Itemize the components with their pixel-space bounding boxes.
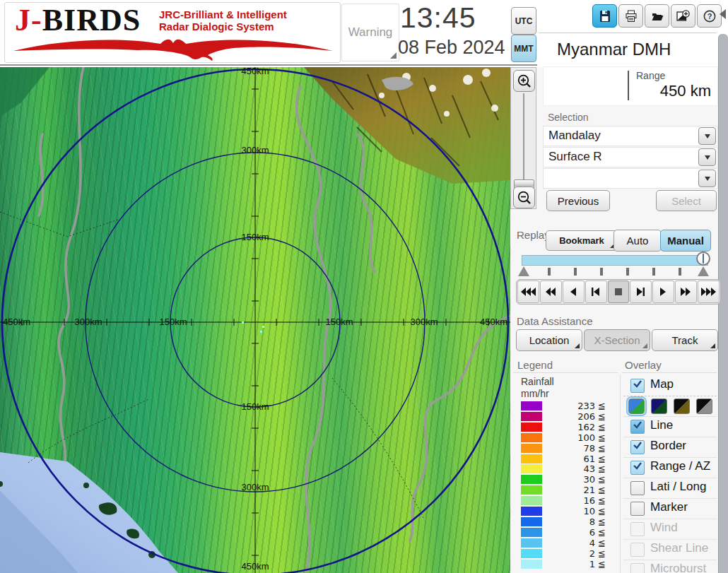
zoom-in-button[interactable] — [513, 70, 535, 92]
map-style-blue-green[interactable] — [628, 398, 645, 414]
logo-subtitle-line1: JRC-Brilliant & Intelligent — [159, 8, 287, 20]
logo-subtitle-line2: Radar Dialogic System — [159, 20, 287, 33]
toolbar: ? — [592, 4, 722, 28]
play-button[interactable] — [652, 280, 674, 303]
legend-color-swatch — [521, 475, 542, 484]
overlay-row-border[interactable]: Border — [623, 437, 717, 458]
fast-forward-3-button[interactable] — [698, 280, 720, 303]
radar-echoes — [242, 321, 264, 333]
legend-color-swatch — [521, 517, 542, 526]
map-overlay: 450km300km150km150km300km450km450km300km… — [0, 67, 510, 573]
overlay-row-lati-long[interactable]: Lati / Long — [623, 478, 717, 499]
dark-corner — [0, 67, 49, 117]
legend-color-swatch — [521, 507, 542, 516]
legend-value: 16 ≦ — [544, 495, 606, 506]
replay-slider-thumb[interactable] — [696, 252, 710, 266]
option-dropdown-button[interactable] — [698, 170, 716, 187]
checkbox-checked[interactable] — [630, 379, 645, 393]
chevron-down-icon — [705, 134, 710, 138]
checkbox-unchecked[interactable] — [630, 481, 645, 495]
checkbox-unchecked[interactable] — [630, 502, 645, 516]
right-scrollbar[interactable] — [718, 34, 728, 573]
select-button[interactable]: Select — [656, 190, 717, 211]
radar-map[interactable]: 450km300km150km150km300km450km450km300km… — [0, 67, 510, 573]
x-section-button[interactable]: X-Section — [584, 329, 650, 351]
warning-button[interactable]: Warning — [341, 4, 399, 61]
map-style-navy-darkgreen[interactable] — [651, 398, 667, 414]
bookmark-button[interactable]: Bookmark — [546, 230, 618, 251]
manual-button[interactable]: Manual — [660, 230, 711, 252]
checkbox-checked[interactable] — [630, 420, 645, 434]
track-button[interactable]: Track — [652, 329, 718, 351]
station-dropdown-button[interactable] — [698, 127, 716, 145]
map-style-black-gray[interactable] — [696, 398, 712, 414]
open-file-button[interactable] — [645, 4, 669, 28]
print-icon — [624, 9, 638, 23]
overlay-label: Map — [650, 377, 674, 391]
x-section-menu-corner-icon — [642, 343, 647, 348]
legend-value: 10 ≦ — [544, 506, 606, 516]
map-zoom-panel — [510, 67, 536, 209]
print-button[interactable] — [618, 4, 643, 28]
overlay-label: Marker — [650, 500, 688, 514]
replay-slider-track[interactable] — [522, 255, 708, 266]
skip-to-end-button[interactable] — [630, 280, 652, 303]
warning-menu-corner-icon — [390, 52, 397, 59]
utc-button[interactable]: UTC — [511, 7, 536, 35]
data-assistance-label: Data Assistance — [517, 315, 593, 327]
checkbox-checked[interactable] — [630, 440, 645, 454]
overlay-row-microburst[interactable]: Microburst — [623, 560, 717, 573]
product-dropdown[interactable]: Surface R — [543, 147, 718, 167]
previous-button[interactable]: Previous — [546, 190, 610, 211]
legend-row: 100 ≦ — [521, 432, 606, 443]
help-button[interactable]: ? — [697, 4, 722, 28]
zoom-out-button[interactable] — [513, 187, 535, 208]
chevron-down-icon — [705, 177, 710, 181]
jbirds-logo: J-BIRDS JRC-Brilliant & Intelligent Rada… — [4, 2, 341, 63]
overlay-row-line[interactable]: Line — [623, 416, 717, 437]
map-style-black-olive[interactable] — [674, 398, 690, 414]
slider-tick — [626, 268, 629, 276]
overlay-row-shear-line[interactable]: Shear Line — [623, 539, 717, 560]
product-dropdown-button[interactable] — [698, 148, 716, 166]
replay-label: Replay — [517, 229, 550, 241]
overlay-row-range-az[interactable]: Range / AZ — [623, 457, 717, 478]
add-image-button[interactable] — [671, 4, 695, 28]
station-title: Myanmar DMH — [557, 40, 671, 59]
play-icon — [654, 287, 672, 297]
overlay-row-map[interactable]: Map — [623, 375, 717, 396]
svg-text:450km: 450km — [480, 317, 507, 327]
slider-tick — [679, 268, 681, 276]
overlay-row-marker[interactable]: Marker — [623, 498, 717, 519]
station-dropdown[interactable]: Mandalay — [543, 126, 718, 146]
warning-label: Warning — [348, 25, 393, 40]
fast-forward-3-icon — [700, 287, 717, 297]
legend-header: Legend — [517, 359, 553, 371]
legend-value: 61 ≦ — [544, 454, 606, 464]
option-dropdown[interactable] — [543, 168, 718, 189]
fast-rewind-3-button[interactable] — [517, 280, 539, 303]
overlay-row-wind[interactable]: Wind — [623, 519, 717, 540]
mmt-button[interactable]: MMT — [511, 35, 536, 62]
skip-to-start-button[interactable] — [585, 280, 607, 303]
location-button[interactable]: Location — [516, 329, 582, 351]
fast-rewind-2-button[interactable] — [540, 280, 562, 303]
panel-collapse-arrow-icon[interactable] — [720, 9, 726, 19]
legend-color-swatch — [521, 423, 542, 432]
checkbox-checked[interactable] — [630, 461, 645, 475]
legend-color-swatch — [521, 560, 542, 569]
legend-value: 30 ≦ — [544, 474, 606, 485]
legend-value: 2 ≦ — [544, 548, 606, 559]
utc-label: UTC — [515, 16, 533, 26]
stop-button[interactable] — [608, 280, 630, 303]
step-back-button[interactable] — [563, 280, 585, 303]
legend-value: 4 ≦ — [544, 538, 606, 548]
track-menu-corner-icon — [710, 343, 715, 348]
stop-icon — [610, 287, 628, 297]
save-button[interactable] — [592, 4, 617, 28]
fast-forward-2-button[interactable] — [675, 280, 697, 303]
select-label: Select — [671, 195, 701, 207]
legend-color-swatch — [521, 538, 542, 548]
toolbar-divider — [539, 33, 717, 33]
auto-button[interactable]: Auto — [613, 230, 662, 252]
